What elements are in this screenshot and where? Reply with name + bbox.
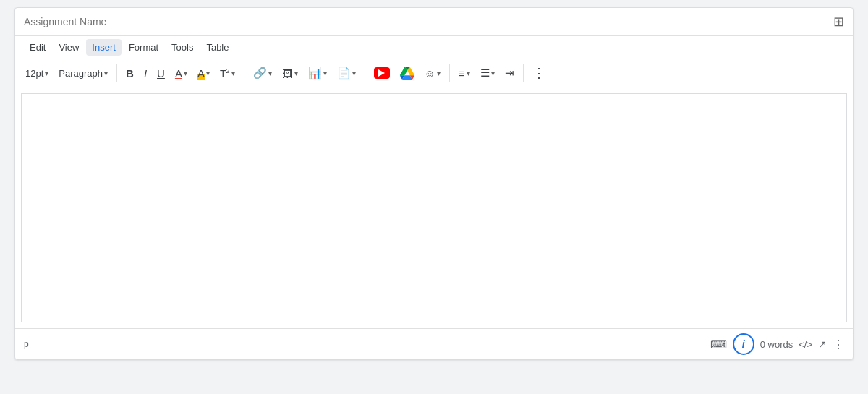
paragraph-label: Paragraph (59, 68, 103, 79)
more-toolbar-icon: ⋮ (532, 65, 545, 81)
emoji-icon: ☺ (425, 67, 435, 80)
bold-button[interactable]: B (122, 64, 138, 82)
menu-table[interactable]: Table (200, 39, 234, 56)
underline-button[interactable]: U (153, 64, 169, 82)
link-chevron-icon: ▾ (268, 69, 272, 77)
menu-edit[interactable]: Edit (24, 39, 51, 56)
list-icon: ☰ (480, 67, 490, 80)
menu-insert[interactable]: Insert (86, 39, 122, 56)
font-color-button[interactable]: A ▾ (171, 64, 192, 82)
title-bar: ⊞ (15, 8, 853, 36)
menu-format[interactable]: Format (123, 39, 164, 56)
more-toolbar-button[interactable]: ⋮ (528, 62, 550, 84)
emoji-button[interactable]: ☺ ▾ (420, 64, 445, 82)
italic-button[interactable]: I (140, 64, 151, 82)
info-label: i (742, 338, 745, 350)
google-drive-icon (400, 67, 414, 80)
separator-1 (116, 64, 117, 82)
drawing-chevron-icon: ▾ (323, 69, 327, 77)
menu-view[interactable]: View (53, 39, 85, 56)
emoji-chevron-icon: ▾ (437, 69, 441, 77)
status-bar: p ⌨ i 0 words </> ↗ ⋮ (15, 328, 853, 359)
menu-tools[interactable]: Tools (166, 39, 199, 56)
accessibility-info-button[interactable]: i (733, 333, 754, 355)
html-tag-indicator: p (24, 339, 710, 349)
menu-bar: Edit View Insert Format Tools Table (15, 36, 853, 59)
font-color-label: A (175, 67, 182, 80)
alignment-button[interactable]: ≡ ▾ (454, 64, 475, 82)
code-tags-button[interactable]: </> (799, 339, 812, 350)
doc-chevron-icon: ▾ (352, 69, 356, 77)
underline-label: U (157, 67, 165, 80)
expand-icon[interactable]: ↗ (818, 338, 827, 350)
font-size-button[interactable]: 12pt ▾ (21, 65, 53, 82)
status-right: ⌨ i 0 words </> ↗ ⋮ (710, 333, 844, 355)
italic-label: I (144, 67, 147, 80)
separator-2 (244, 64, 244, 82)
status-more-icon[interactable]: ⋮ (833, 338, 844, 351)
superscript-button[interactable]: T2 ▾ (216, 64, 239, 82)
editor-container: ⊞ Edit View Insert Format Tools Table 12… (14, 7, 854, 360)
indent-icon: ⇥ (505, 67, 514, 80)
google-drive-button[interactable] (396, 64, 419, 82)
keyboard-icon[interactable]: ⌨ (710, 338, 727, 351)
editor-wrapper (21, 93, 847, 322)
doc-button[interactable]: 📄 ▾ (333, 64, 360, 82)
youtube-button[interactable] (370, 64, 394, 82)
link-button[interactable]: 🔗 ▾ (249, 64, 276, 82)
superscript-label: T2 (220, 67, 230, 80)
separator-4 (449, 64, 450, 82)
editor-content[interactable] (22, 94, 846, 322)
bold-label: B (126, 67, 134, 80)
drawing-button[interactable]: 📊 ▾ (304, 64, 331, 82)
youtube-icon (374, 67, 390, 79)
paragraph-style-button[interactable]: Paragraph ▾ (54, 65, 112, 82)
link-icon: 🔗 (253, 67, 267, 80)
list-chevron-icon: ▾ (491, 69, 495, 77)
highlight-chevron-icon: ▾ (206, 69, 210, 77)
list-button[interactable]: ☰ ▾ (476, 64, 499, 82)
alignment-icon: ≡ (459, 67, 465, 80)
image-chevron-icon: ▾ (294, 69, 298, 77)
expand-editor-icon[interactable]: ⊞ (833, 14, 844, 30)
font-size-label: 12pt (25, 68, 43, 79)
youtube-play-icon (378, 69, 385, 77)
alignment-chevron-icon: ▾ (467, 69, 470, 77)
indent-button[interactable]: ⇥ (501, 64, 519, 82)
superscript-chevron-icon: ▾ (231, 69, 235, 77)
font-size-chevron-icon: ▾ (45, 69, 48, 77)
highlight-button[interactable]: A ▾ (193, 64, 214, 82)
highlight-label: A (197, 67, 205, 80)
assignment-name-input[interactable] (24, 16, 833, 27)
word-count-label: 0 words (760, 339, 793, 350)
toolbar: 12pt ▾ Paragraph ▾ B I U A ▾ A ▾ (15, 59, 853, 87)
image-icon: 🖼 (282, 67, 293, 80)
font-color-chevron-icon: ▾ (184, 69, 187, 77)
image-button[interactable]: 🖼 ▾ (278, 64, 302, 82)
doc-icon: 📄 (337, 67, 351, 80)
drawing-icon: 📊 (308, 67, 322, 80)
separator-5 (523, 64, 524, 82)
paragraph-chevron-icon: ▾ (104, 69, 108, 77)
separator-3 (365, 64, 365, 82)
